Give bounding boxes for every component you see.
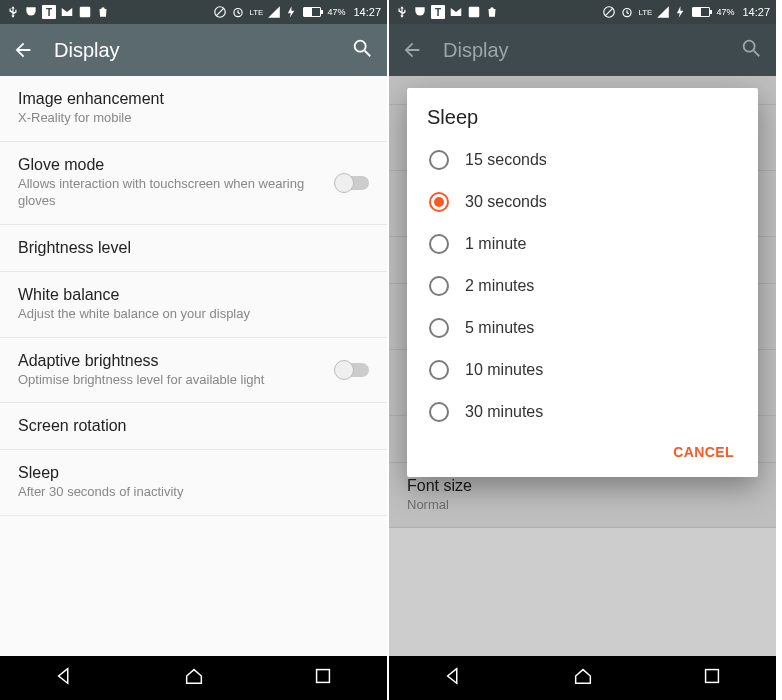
pocket-icon <box>413 5 427 19</box>
back-button <box>399 37 425 63</box>
radio-icon <box>429 402 449 422</box>
settings-row[interactable]: Screen rotation <box>0 403 387 450</box>
t-icon: T <box>431 5 445 19</box>
clock: 14:27 <box>742 6 770 18</box>
radio-label: 30 minutes <box>465 403 543 421</box>
nav-recent[interactable] <box>312 665 334 691</box>
row-title: Glove mode <box>18 156 323 174</box>
row-title: Screen rotation <box>18 417 369 435</box>
google-plus-icon <box>78 5 92 19</box>
nav-back[interactable] <box>443 665 465 691</box>
sleep-option[interactable]: 30 seconds <box>427 181 738 223</box>
alarm-icon <box>620 5 634 19</box>
settings-list-dimmed: WAAOSSASODFont sizeNormal Sleep 15 secon… <box>389 76 776 656</box>
toggle-switch[interactable] <box>335 176 369 190</box>
usb-icon <box>6 5 20 19</box>
radio-label: 15 seconds <box>465 151 547 169</box>
alarm-icon <box>231 5 245 19</box>
radio-icon <box>429 150 449 170</box>
svg-point-11 <box>744 41 755 52</box>
svg-line-5 <box>365 51 371 57</box>
search-button[interactable] <box>351 37 377 63</box>
radio-icon <box>429 360 449 380</box>
shopping-icon <box>96 5 110 19</box>
cancel-button[interactable]: CANCEL <box>673 444 734 460</box>
dialog-title: Sleep <box>427 106 738 129</box>
phone-right: T LTE 47% 14:27 Display WAAOSSASODFont s… <box>389 0 778 700</box>
nav-back[interactable] <box>54 665 76 691</box>
radio-label: 10 minutes <box>465 361 543 379</box>
settings-row[interactable]: White balanceAdjust the white balance on… <box>0 272 387 338</box>
search-button <box>740 37 766 63</box>
settings-list: Image enhancementX-Reality for mobileGlo… <box>0 76 387 656</box>
nav-home[interactable] <box>183 665 205 691</box>
page-title: Display <box>443 39 740 62</box>
sleep-option[interactable]: 2 minutes <box>427 265 738 307</box>
settings-row[interactable]: Adaptive brightnessOptimise brightness l… <box>0 338 387 404</box>
svg-rect-7 <box>469 7 480 18</box>
svg-line-12 <box>754 51 760 57</box>
no-sim-icon <box>602 5 616 19</box>
settings-row[interactable]: Brightness level <box>0 225 387 272</box>
clock: 14:27 <box>353 6 381 18</box>
back-button[interactable] <box>10 37 36 63</box>
radio-icon <box>429 192 449 212</box>
nav-bar <box>389 656 776 700</box>
row-subtitle: Allows interaction with touchscreen when… <box>18 176 323 210</box>
pocket-icon <box>24 5 38 19</box>
nav-home[interactable] <box>572 665 594 691</box>
sleep-option[interactable]: 5 minutes <box>427 307 738 349</box>
svg-line-9 <box>605 8 613 16</box>
google-plus-icon <box>467 5 481 19</box>
sleep-dialog: Sleep 15 seconds30 seconds1 minute2 minu… <box>407 88 758 477</box>
sleep-option[interactable]: 30 minutes <box>427 391 738 433</box>
shopping-icon <box>485 5 499 19</box>
no-sim-icon <box>213 5 227 19</box>
settings-row[interactable]: SleepAfter 30 seconds of inactivity <box>0 450 387 516</box>
radio-label: 1 minute <box>465 235 526 253</box>
signal-icon <box>267 5 281 19</box>
sleep-option[interactable]: 1 minute <box>427 223 738 265</box>
mail-icon <box>60 5 74 19</box>
battery-icon <box>303 7 321 17</box>
signal-icon <box>656 5 670 19</box>
svg-point-4 <box>355 41 366 52</box>
radio-icon <box>429 276 449 296</box>
sleep-option[interactable]: 10 minutes <box>427 349 738 391</box>
battery-pct: 47% <box>327 7 345 17</box>
nav-bar <box>0 656 387 700</box>
t-icon: T <box>42 5 56 19</box>
app-bar: Display <box>389 24 776 76</box>
usb-icon <box>395 5 409 19</box>
phone-left: T LTE 47% 14:27 Display Image enhancemen… <box>0 0 389 700</box>
row-title: Adaptive brightness <box>18 352 323 370</box>
row-subtitle: X-Reality for mobile <box>18 110 369 127</box>
app-bar: Display <box>0 24 387 76</box>
mail-icon <box>449 5 463 19</box>
row-title: Sleep <box>18 464 369 482</box>
svg-line-2 <box>216 8 224 16</box>
nav-recent[interactable] <box>701 665 723 691</box>
radio-label: 30 seconds <box>465 193 547 211</box>
radio-label: 5 minutes <box>465 319 534 337</box>
battery-pct: 47% <box>716 7 734 17</box>
row-title: White balance <box>18 286 369 304</box>
status-bar: T LTE 47% 14:27 <box>389 0 776 24</box>
bolt-icon <box>285 5 299 19</box>
radio-label: 2 minutes <box>465 277 534 295</box>
settings-row[interactable]: Glove modeAllows interaction with touchs… <box>0 142 387 225</box>
bolt-icon <box>674 5 688 19</box>
row-title: Brightness level <box>18 239 369 257</box>
row-subtitle: After 30 seconds of inactivity <box>18 484 369 501</box>
row-subtitle: Optimise brightness level for available … <box>18 372 323 389</box>
sleep-option[interactable]: 15 seconds <box>427 139 738 181</box>
settings-row[interactable]: Image enhancementX-Reality for mobile <box>0 76 387 142</box>
radio-icon <box>429 318 449 338</box>
row-title: Image enhancement <box>18 90 369 108</box>
svg-rect-13 <box>705 670 718 683</box>
toggle-switch[interactable] <box>335 363 369 377</box>
radio-icon <box>429 234 449 254</box>
battery-icon <box>692 7 710 17</box>
row-subtitle: Adjust the white balance on your display <box>18 306 369 323</box>
status-bar: T LTE 47% 14:27 <box>0 0 387 24</box>
